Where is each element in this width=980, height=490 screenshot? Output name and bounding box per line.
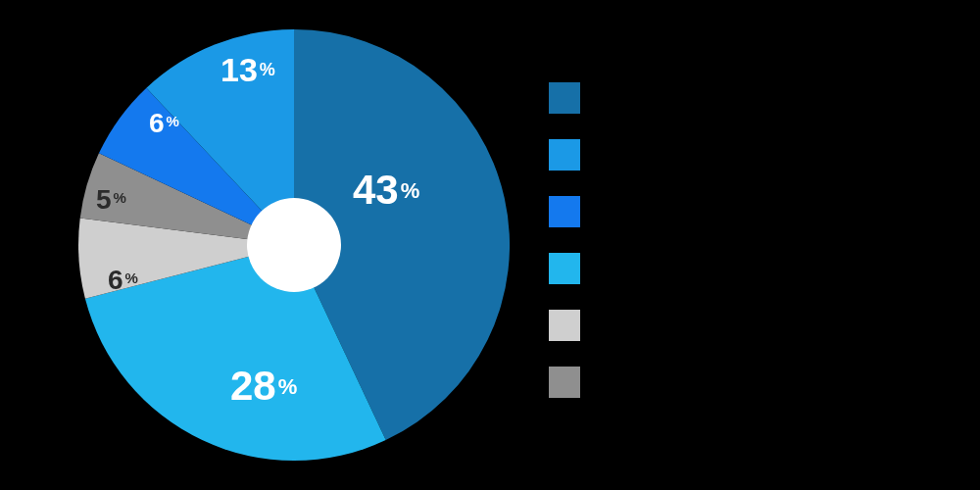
legend-label: Segment C	[594, 315, 697, 337]
label-5-value: 5	[96, 184, 112, 215]
label-13: 13%	[220, 51, 275, 89]
percent-sign: %	[125, 270, 138, 286]
percent-sign: %	[401, 178, 420, 203]
label-6-light: 6%	[108, 265, 138, 296]
label-6a-value: 6	[108, 265, 123, 295]
legend-swatch	[549, 196, 580, 227]
legend-swatch	[549, 367, 580, 398]
percent-sign: %	[167, 113, 179, 129]
donut-hole	[247, 198, 341, 292]
legend-swatch	[549, 139, 580, 171]
label-28: 28%	[230, 363, 297, 410]
percent-sign: %	[114, 189, 126, 206]
legend-item: Segment C	[549, 310, 697, 341]
legend-swatch	[549, 82, 580, 114]
percent-sign: %	[260, 60, 275, 79]
legend-label: Segment E	[594, 201, 695, 223]
label-43-value: 43	[353, 167, 399, 213]
legend-label: Segment B	[594, 258, 695, 280]
label-43: 43%	[353, 167, 419, 214]
label-5: 5%	[96, 184, 126, 216]
legend-label: Segment A	[594, 87, 694, 110]
legend-item: Segment B	[549, 253, 697, 284]
legend-label: Segment D	[594, 371, 697, 394]
label-13-value: 13	[220, 51, 258, 88]
percent-sign: %	[278, 374, 298, 399]
label-28-value: 28	[230, 363, 276, 409]
legend-item: Segment D	[549, 367, 697, 398]
legend-swatch	[549, 253, 580, 284]
legend-item: Segment F	[549, 139, 697, 171]
donut-chart: 43% 28% 13% 6% 5% 6%	[69, 20, 519, 470]
chart-container: 43% 28% 13% 6% 5% 6% Segment A Segment F…	[0, 0, 980, 490]
legend-item: Segment E	[549, 196, 697, 227]
legend-label: Segment F	[594, 144, 694, 167]
legend-item: Segment A	[549, 82, 697, 114]
label-6-blue: 6%	[149, 108, 179, 139]
legend-swatch	[549, 310, 580, 341]
legend: Segment A Segment F Segment E Segment B …	[549, 82, 697, 398]
label-6b-value: 6	[149, 108, 165, 138]
